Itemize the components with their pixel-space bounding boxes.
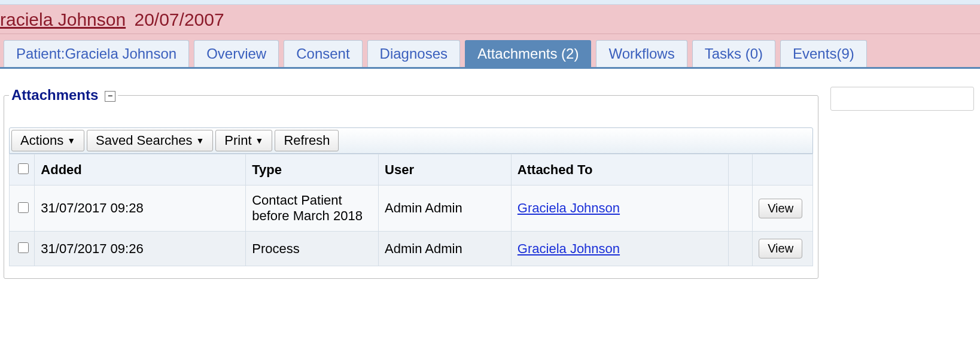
tab-tasks[interactable]: Tasks (0) xyxy=(692,40,775,67)
attachments-section: Attachments − Actions ▼ Saved Searches ▼… xyxy=(4,87,818,279)
print-button[interactable]: Print ▼ xyxy=(215,130,272,151)
tabs: Patient:Graciela Johnson Overview Consen… xyxy=(0,34,980,69)
patient-name-link[interactable]: raciela Johnson xyxy=(0,10,126,29)
attached-to-link[interactable]: Graciela Johnson xyxy=(518,241,620,256)
top-strip xyxy=(0,0,980,5)
view-button[interactable]: View xyxy=(759,199,802,218)
table-row: 31/07/2017 09:26 Process Admin Admin Gra… xyxy=(10,232,813,266)
saved-searches-button[interactable]: Saved Searches ▼ xyxy=(87,130,213,151)
select-all-checkbox[interactable] xyxy=(18,163,29,174)
table-header-row: Added Type User Attached To xyxy=(10,154,813,185)
actions-button[interactable]: Actions ▼ xyxy=(11,130,84,151)
cell-type: Process xyxy=(246,232,379,266)
cell-type: Contact Patient before March 2018 xyxy=(246,185,379,232)
refresh-button[interactable]: Refresh xyxy=(275,130,339,151)
tab-patient[interactable]: Patient:Graciela Johnson xyxy=(4,40,189,67)
attached-to-link[interactable]: Graciela Johnson xyxy=(518,200,620,215)
view-button[interactable]: View xyxy=(759,239,802,258)
table-row: 31/07/2017 09:28 Contact Patient before … xyxy=(10,185,813,232)
row-checkbox[interactable] xyxy=(18,202,29,213)
tab-overview[interactable]: Overview xyxy=(194,40,279,67)
tab-diagnoses[interactable]: Diagnoses xyxy=(367,40,460,67)
tab-consent[interactable]: Consent xyxy=(284,40,362,67)
cell-added: 31/07/2017 09:26 xyxy=(35,232,246,266)
header-empty xyxy=(728,154,752,185)
cell-empty xyxy=(728,185,752,232)
header-user[interactable]: User xyxy=(379,154,512,185)
header-added[interactable]: Added xyxy=(35,154,246,185)
header-attached-to[interactable]: Attached To xyxy=(511,154,728,185)
cell-added: 31/07/2017 09:28 xyxy=(35,185,246,232)
cell-empty xyxy=(728,232,752,266)
saved-searches-label: Saved Searches xyxy=(96,133,192,148)
header-checkbox-cell xyxy=(10,154,35,185)
chevron-down-icon: ▼ xyxy=(67,136,75,145)
tab-workflows[interactable]: Workflows xyxy=(596,40,687,67)
patient-dob: 20/07/2007 xyxy=(134,10,224,29)
attachments-table: Added Type User Attached To 31/07/2017 0… xyxy=(9,154,813,266)
section-legend: Attachments − xyxy=(9,87,118,104)
cell-user: Admin Admin xyxy=(379,185,512,232)
chevron-down-icon: ▼ xyxy=(255,136,264,145)
cell-user: Admin Admin xyxy=(379,232,512,266)
actions-label: Actions xyxy=(20,133,63,148)
header-type[interactable]: Type xyxy=(246,154,379,185)
collapse-icon[interactable]: − xyxy=(105,91,115,102)
tab-attachments[interactable]: Attachments (2) xyxy=(465,40,591,67)
side-panel-box xyxy=(830,87,974,111)
print-label: Print xyxy=(224,133,251,148)
patient-banner: raciela Johnson 20/07/2007 xyxy=(0,5,980,34)
toolbar: Actions ▼ Saved Searches ▼ Print ▼ Refre… xyxy=(9,127,813,154)
chevron-down-icon: ▼ xyxy=(196,136,204,145)
section-title: Attachments xyxy=(11,87,98,103)
header-action xyxy=(753,154,813,185)
row-checkbox[interactable] xyxy=(18,242,29,253)
tab-events[interactable]: Events(9) xyxy=(780,40,867,67)
refresh-label: Refresh xyxy=(284,133,330,148)
